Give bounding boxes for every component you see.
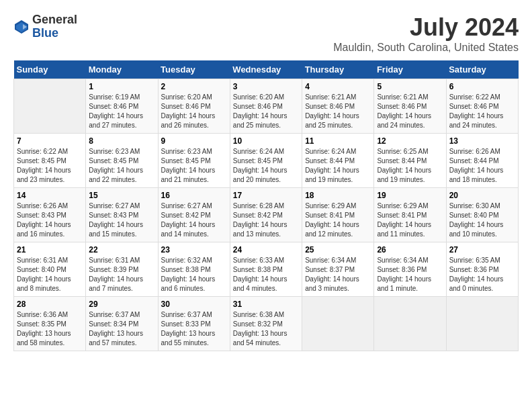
day-info: Sunrise: 6:25 AM Sunset: 8:44 PM Dayligh… bbox=[377, 147, 443, 185]
header-monday: Monday bbox=[86, 60, 158, 79]
day-info: Sunrise: 6:31 AM Sunset: 8:40 PM Dayligh… bbox=[17, 256, 83, 293]
calendar-cell: 2Sunrise: 6:20 AM Sunset: 8:46 PM Daylig… bbox=[158, 79, 230, 134]
day-info: Sunrise: 6:37 AM Sunset: 8:34 PM Dayligh… bbox=[89, 310, 154, 348]
day-number: 21 bbox=[17, 245, 83, 255]
header: General Blue July 2024 Mauldin, South Ca… bbox=[13, 13, 519, 54]
location-title: Mauldin, South Carolina, United States bbox=[333, 42, 519, 54]
logo-general-text: General bbox=[32, 13, 77, 27]
header-friday: Friday bbox=[374, 60, 446, 79]
day-info: Sunrise: 6:22 AM Sunset: 8:46 PM Dayligh… bbox=[449, 93, 515, 130]
calendar-cell bbox=[446, 297, 518, 351]
day-number: 17 bbox=[233, 191, 299, 200]
day-number: 11 bbox=[305, 136, 371, 146]
day-info: Sunrise: 6:37 AM Sunset: 8:33 PM Dayligh… bbox=[161, 310, 227, 348]
day-info: Sunrise: 6:34 AM Sunset: 8:36 PM Dayligh… bbox=[377, 256, 443, 293]
header-wednesday: Wednesday bbox=[230, 60, 302, 79]
header-thursday: Thursday bbox=[302, 60, 374, 79]
day-info: Sunrise: 6:24 AM Sunset: 8:45 PM Dayligh… bbox=[233, 147, 299, 185]
day-number: 1 bbox=[89, 82, 154, 91]
calendar-cell: 5Sunrise: 6:21 AM Sunset: 8:46 PM Daylig… bbox=[374, 79, 446, 134]
calendar-cell: 4Sunrise: 6:21 AM Sunset: 8:46 PM Daylig… bbox=[302, 79, 374, 134]
calendar-cell: 17Sunrise: 6:28 AM Sunset: 8:42 PM Dayli… bbox=[230, 188, 302, 242]
calendar-cell: 22Sunrise: 6:31 AM Sunset: 8:39 PM Dayli… bbox=[86, 242, 158, 297]
day-number: 31 bbox=[233, 300, 299, 309]
day-info: Sunrise: 6:30 AM Sunset: 8:40 PM Dayligh… bbox=[449, 201, 515, 239]
day-number: 7 bbox=[17, 136, 83, 146]
logo-blue-text: Blue bbox=[32, 27, 77, 40]
day-number: 25 bbox=[305, 245, 371, 255]
header-tuesday: Tuesday bbox=[158, 60, 230, 79]
calendar-cell: 16Sunrise: 6:27 AM Sunset: 8:42 PM Dayli… bbox=[158, 188, 230, 242]
calendar-cell: 18Sunrise: 6:29 AM Sunset: 8:41 PM Dayli… bbox=[302, 188, 374, 242]
day-info: Sunrise: 6:34 AM Sunset: 8:37 PM Dayligh… bbox=[305, 256, 371, 293]
day-info: Sunrise: 6:27 AM Sunset: 8:43 PM Dayligh… bbox=[89, 201, 154, 239]
calendar-cell: 11Sunrise: 6:24 AM Sunset: 8:44 PM Dayli… bbox=[302, 134, 374, 188]
day-number: 19 bbox=[377, 191, 443, 200]
day-info: Sunrise: 6:22 AM Sunset: 8:45 PM Dayligh… bbox=[17, 147, 83, 185]
calendar-cell: 12Sunrise: 6:25 AM Sunset: 8:44 PM Dayli… bbox=[374, 134, 446, 188]
day-info: Sunrise: 6:21 AM Sunset: 8:46 PM Dayligh… bbox=[305, 93, 371, 130]
calendar-cell: 7Sunrise: 6:22 AM Sunset: 8:45 PM Daylig… bbox=[14, 134, 86, 188]
day-info: Sunrise: 6:27 AM Sunset: 8:42 PM Dayligh… bbox=[161, 201, 227, 239]
calendar-week-1: 1Sunrise: 6:19 AM Sunset: 8:46 PM Daylig… bbox=[14, 79, 519, 134]
day-number: 20 bbox=[449, 191, 515, 200]
calendar-week-4: 21Sunrise: 6:31 AM Sunset: 8:40 PM Dayli… bbox=[14, 242, 519, 297]
day-number: 8 bbox=[89, 136, 154, 146]
title-section: July 2024 Mauldin, South Carolina, Unite… bbox=[333, 13, 519, 54]
day-number: 13 bbox=[449, 136, 515, 146]
day-number: 22 bbox=[89, 245, 154, 255]
calendar-cell: 20Sunrise: 6:30 AM Sunset: 8:40 PM Dayli… bbox=[446, 188, 518, 242]
day-info: Sunrise: 6:36 AM Sunset: 8:35 PM Dayligh… bbox=[17, 310, 83, 348]
day-number: 27 bbox=[449, 245, 515, 255]
logo-text: General Blue bbox=[32, 13, 77, 40]
day-info: Sunrise: 6:20 AM Sunset: 8:46 PM Dayligh… bbox=[233, 93, 299, 130]
calendar-cell bbox=[14, 79, 86, 134]
day-number: 28 bbox=[17, 300, 83, 309]
calendar-week-3: 14Sunrise: 6:26 AM Sunset: 8:43 PM Dayli… bbox=[14, 188, 519, 242]
day-number: 12 bbox=[377, 136, 443, 146]
calendar-cell: 29Sunrise: 6:37 AM Sunset: 8:34 PM Dayli… bbox=[86, 297, 158, 351]
header-saturday: Saturday bbox=[446, 60, 518, 79]
day-info: Sunrise: 6:29 AM Sunset: 8:41 PM Dayligh… bbox=[377, 201, 443, 239]
calendar-cell: 26Sunrise: 6:34 AM Sunset: 8:36 PM Dayli… bbox=[374, 242, 446, 297]
day-number: 15 bbox=[89, 191, 154, 200]
day-number: 3 bbox=[233, 82, 299, 91]
day-number: 6 bbox=[449, 82, 515, 91]
calendar-table: SundayMondayTuesdayWednesdayThursdayFrid… bbox=[13, 60, 519, 351]
calendar-cell: 3Sunrise: 6:20 AM Sunset: 8:46 PM Daylig… bbox=[230, 79, 302, 134]
header-sunday: Sunday bbox=[14, 60, 86, 79]
calendar-cell: 13Sunrise: 6:26 AM Sunset: 8:44 PM Dayli… bbox=[446, 134, 518, 188]
day-number: 16 bbox=[161, 191, 227, 200]
calendar-cell: 8Sunrise: 6:23 AM Sunset: 8:45 PM Daylig… bbox=[86, 134, 158, 188]
day-number: 9 bbox=[161, 136, 227, 146]
day-number: 23 bbox=[161, 245, 227, 255]
calendar-cell: 15Sunrise: 6:27 AM Sunset: 8:43 PM Dayli… bbox=[86, 188, 158, 242]
day-info: Sunrise: 6:24 AM Sunset: 8:44 PM Dayligh… bbox=[305, 147, 371, 185]
day-info: Sunrise: 6:31 AM Sunset: 8:39 PM Dayligh… bbox=[89, 256, 154, 293]
calendar-cell: 30Sunrise: 6:37 AM Sunset: 8:33 PM Dayli… bbox=[158, 297, 230, 351]
calendar-week-5: 28Sunrise: 6:36 AM Sunset: 8:35 PM Dayli… bbox=[14, 297, 519, 351]
day-number: 29 bbox=[89, 300, 154, 309]
day-info: Sunrise: 6:35 AM Sunset: 8:36 PM Dayligh… bbox=[449, 256, 515, 293]
day-info: Sunrise: 6:23 AM Sunset: 8:45 PM Dayligh… bbox=[89, 147, 154, 185]
day-number: 4 bbox=[305, 82, 371, 91]
calendar-cell: 6Sunrise: 6:22 AM Sunset: 8:46 PM Daylig… bbox=[446, 79, 518, 134]
calendar-week-2: 7Sunrise: 6:22 AM Sunset: 8:45 PM Daylig… bbox=[14, 134, 519, 188]
day-info: Sunrise: 6:19 AM Sunset: 8:46 PM Dayligh… bbox=[89, 93, 154, 130]
day-number: 24 bbox=[233, 245, 299, 255]
day-info: Sunrise: 6:20 AM Sunset: 8:46 PM Dayligh… bbox=[161, 93, 227, 130]
day-info: Sunrise: 6:33 AM Sunset: 8:38 PM Dayligh… bbox=[233, 256, 299, 293]
calendar-header-row: SundayMondayTuesdayWednesdayThursdayFrid… bbox=[14, 60, 519, 79]
logo: General Blue bbox=[13, 13, 77, 40]
day-info: Sunrise: 6:29 AM Sunset: 8:41 PM Dayligh… bbox=[305, 201, 371, 239]
calendar-cell bbox=[374, 297, 446, 351]
calendar-cell: 10Sunrise: 6:24 AM Sunset: 8:45 PM Dayli… bbox=[230, 134, 302, 188]
day-info: Sunrise: 6:23 AM Sunset: 8:45 PM Dayligh… bbox=[161, 147, 227, 185]
calendar-cell: 14Sunrise: 6:26 AM Sunset: 8:43 PM Dayli… bbox=[14, 188, 86, 242]
calendar-cell: 23Sunrise: 6:32 AM Sunset: 8:38 PM Dayli… bbox=[158, 242, 230, 297]
calendar-cell: 9Sunrise: 6:23 AM Sunset: 8:45 PM Daylig… bbox=[158, 134, 230, 188]
day-number: 2 bbox=[161, 82, 227, 91]
day-number: 30 bbox=[161, 300, 227, 309]
calendar-cell: 31Sunrise: 6:38 AM Sunset: 8:32 PM Dayli… bbox=[230, 297, 302, 351]
calendar-cell: 21Sunrise: 6:31 AM Sunset: 8:40 PM Dayli… bbox=[14, 242, 86, 297]
